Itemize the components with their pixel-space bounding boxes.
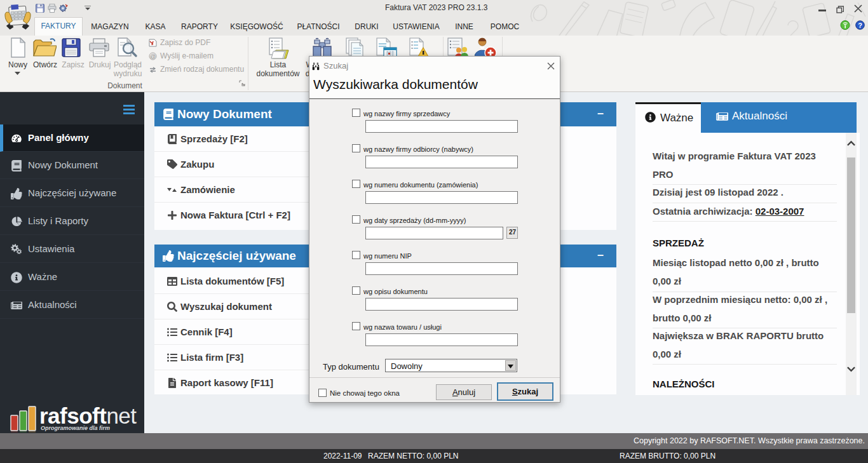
svg-text:?: ? <box>858 22 862 29</box>
svg-text:@: @ <box>150 53 156 60</box>
